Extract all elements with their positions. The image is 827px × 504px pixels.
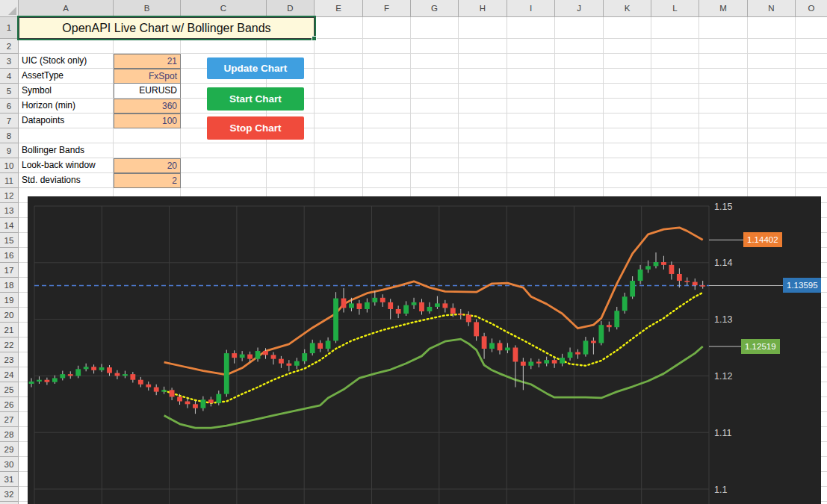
cell-O2[interactable] bbox=[796, 39, 827, 54]
cell-N2[interactable] bbox=[748, 39, 796, 54]
cell-N5[interactable] bbox=[748, 84, 796, 99]
col-header-C[interactable]: C bbox=[181, 0, 267, 17]
row-header-20[interactable]: 20 bbox=[0, 308, 19, 323]
cell-A6[interactable]: Horizon (min) bbox=[19, 99, 114, 113]
cell-H11[interactable] bbox=[459, 173, 507, 188]
cell-N11[interactable] bbox=[748, 173, 796, 188]
cell-N4[interactable] bbox=[748, 69, 796, 84]
cell-A5[interactable]: Symbol bbox=[19, 84, 114, 99]
cell-F1[interactable] bbox=[363, 17, 411, 39]
cell-N8[interactable] bbox=[748, 128, 796, 143]
cell-D10[interactable] bbox=[267, 158, 315, 173]
cell-G7[interactable] bbox=[411, 113, 459, 128]
row-header-29[interactable]: 29 bbox=[0, 442, 19, 457]
cell-L4[interactable] bbox=[651, 69, 699, 84]
cell-O5[interactable] bbox=[796, 84, 827, 99]
cell-O11[interactable] bbox=[796, 173, 827, 188]
cell-O10[interactable] bbox=[796, 158, 827, 173]
cell-L11[interactable] bbox=[651, 173, 699, 188]
cell-G6[interactable] bbox=[411, 99, 459, 113]
cell-N3[interactable] bbox=[748, 54, 796, 69]
cell-E10[interactable] bbox=[315, 158, 363, 173]
cell-G4[interactable] bbox=[411, 69, 459, 84]
cell-N9[interactable] bbox=[748, 143, 796, 158]
row-header-19[interactable]: 19 bbox=[0, 293, 19, 308]
row-header-16[interactable]: 16 bbox=[0, 248, 19, 263]
cell-H9[interactable] bbox=[459, 143, 507, 158]
cell-J11[interactable] bbox=[555, 173, 604, 188]
cell-E4[interactable] bbox=[315, 69, 363, 84]
cell-K4[interactable] bbox=[604, 69, 651, 84]
row-header-10[interactable]: 10 bbox=[0, 158, 19, 173]
cell-H3[interactable] bbox=[459, 54, 507, 69]
cell-I8[interactable] bbox=[507, 128, 555, 143]
cell-I6[interactable] bbox=[507, 99, 555, 113]
cell-F8[interactable] bbox=[363, 128, 411, 143]
cell-F9[interactable] bbox=[363, 143, 411, 158]
cell-N6[interactable] bbox=[748, 99, 796, 113]
cell-O4[interactable] bbox=[796, 69, 827, 84]
row-header-22[interactable]: 22 bbox=[0, 337, 19, 352]
row-header-13[interactable]: 13 bbox=[0, 203, 19, 218]
cell-E3[interactable] bbox=[315, 54, 363, 69]
row-header-6[interactable]: 6 bbox=[0, 99, 19, 113]
cell-F11[interactable] bbox=[363, 173, 411, 188]
cell-B2[interactable] bbox=[114, 39, 181, 54]
cell-F7[interactable] bbox=[363, 113, 411, 128]
row-header-27[interactable]: 27 bbox=[0, 412, 19, 427]
cell-E5[interactable] bbox=[315, 84, 363, 99]
cell-G11[interactable] bbox=[411, 173, 459, 188]
cell-O1[interactable] bbox=[796, 17, 827, 39]
row-header-3[interactable]: 3 bbox=[0, 54, 19, 69]
cell-I9[interactable] bbox=[507, 143, 555, 158]
cell-M10[interactable] bbox=[699, 158, 748, 173]
cell-G1[interactable] bbox=[411, 17, 459, 39]
cell-B9[interactable] bbox=[114, 143, 181, 158]
cell-M7[interactable] bbox=[699, 113, 748, 128]
cell-C11[interactable] bbox=[181, 173, 267, 188]
cell-M1[interactable] bbox=[699, 17, 748, 39]
start-chart-button[interactable]: Start Chart bbox=[207, 87, 304, 111]
row-header-18[interactable]: 18 bbox=[0, 278, 19, 293]
cell-I4[interactable] bbox=[507, 69, 555, 84]
cell-A11[interactable]: Std. deviations bbox=[19, 173, 114, 188]
cell-E6[interactable] bbox=[315, 99, 363, 113]
cell-A9[interactable]: Bollinger Bands bbox=[19, 143, 114, 158]
cell-I5[interactable] bbox=[507, 84, 555, 99]
cell-E1[interactable] bbox=[315, 17, 363, 39]
cell-D9[interactable] bbox=[267, 143, 315, 158]
cell-K3[interactable] bbox=[604, 54, 651, 69]
update-chart-button[interactable]: Update Chart bbox=[207, 57, 304, 79]
cell-H6[interactable] bbox=[459, 99, 507, 113]
cell-D11[interactable] bbox=[267, 173, 315, 188]
cell-K9[interactable] bbox=[604, 143, 651, 158]
cell-A7[interactable]: Datapoints bbox=[19, 113, 114, 128]
cell-B10[interactable]: 20 bbox=[114, 158, 181, 173]
cell-I7[interactable] bbox=[507, 113, 555, 128]
row-header-23[interactable]: 23 bbox=[0, 352, 19, 367]
row-header-28[interactable]: 28 bbox=[0, 427, 19, 442]
cell-M2[interactable] bbox=[699, 39, 748, 54]
cell-O3[interactable] bbox=[796, 54, 827, 69]
row-header-8[interactable]: 8 bbox=[0, 128, 19, 143]
cell-L10[interactable] bbox=[651, 158, 699, 173]
row-header-24[interactable]: 24 bbox=[0, 367, 19, 382]
row-header-4[interactable]: 4 bbox=[0, 69, 19, 84]
cell-M6[interactable] bbox=[699, 99, 748, 113]
cell-J7[interactable] bbox=[555, 113, 604, 128]
cell-L7[interactable] bbox=[651, 113, 699, 128]
cell-K11[interactable] bbox=[604, 173, 651, 188]
cell-M4[interactable] bbox=[699, 69, 748, 84]
cell-K5[interactable] bbox=[604, 84, 651, 99]
cell-J10[interactable] bbox=[555, 158, 604, 173]
row-header-11[interactable]: 11 bbox=[0, 173, 19, 188]
cell-I11[interactable] bbox=[507, 173, 555, 188]
cell-I1[interactable] bbox=[507, 17, 555, 39]
cell-F3[interactable] bbox=[363, 54, 411, 69]
cell-B3[interactable]: 21 bbox=[114, 54, 181, 69]
cell-B4[interactable]: FxSpot bbox=[114, 69, 181, 84]
row-header-1[interactable]: 1 bbox=[0, 17, 19, 39]
selection-fill-handle[interactable] bbox=[312, 36, 317, 41]
col-header-I[interactable]: I bbox=[507, 0, 555, 17]
stop-chart-button[interactable]: Stop Chart bbox=[207, 116, 304, 140]
